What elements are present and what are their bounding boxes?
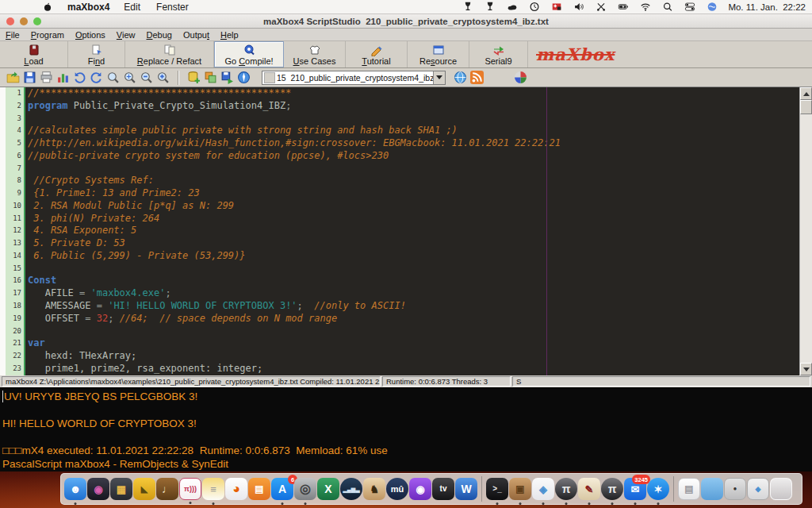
code-line-18[interactable]: AMESSAGE = 'HI! HELLO WORLD OF CRYPTOBOX… bbox=[28, 300, 799, 313]
downloads-folder-icon[interactable] bbox=[701, 478, 723, 500]
menubar-menu-edit[interactable]: Edit bbox=[124, 2, 140, 13]
spotlight-icon[interactable] bbox=[661, 2, 673, 13]
editor-scrollbar[interactable] bbox=[799, 87, 812, 375]
controlcenter-icon[interactable] bbox=[684, 2, 695, 13]
menu-options[interactable]: Options bbox=[70, 30, 111, 40]
code-editor[interactable]: 1234567891011121314151617181920212223 //… bbox=[0, 87, 812, 375]
scissors-icon[interactable] bbox=[595, 2, 607, 13]
volume-icon[interactable] bbox=[573, 2, 584, 13]
code-line-11[interactable]: 3. phi(N) Private: 264 bbox=[28, 213, 799, 225]
menu-debug[interactable]: Debug bbox=[141, 30, 178, 40]
copyblock-icon[interactable] bbox=[202, 70, 219, 86]
code-line-22[interactable]: hexd: THexArray; bbox=[28, 350, 799, 363]
maxbox-a-icon[interactable]: π bbox=[555, 478, 577, 500]
go-compile-button[interactable]: Go Compile! bbox=[214, 41, 284, 67]
code-line-10[interactable]: 2. RSA Modul Public [p*q] as N: 299 bbox=[28, 200, 799, 213]
wifi-icon[interactable] bbox=[639, 2, 651, 13]
appstore-icon[interactable]: A6 bbox=[271, 478, 293, 500]
books-icon[interactable]: ▤ bbox=[248, 478, 270, 500]
window-preview-1-icon[interactable]: ● bbox=[724, 478, 746, 500]
siri-icon[interactable] bbox=[706, 2, 718, 13]
finder-icon[interactable]: ☻ bbox=[64, 478, 86, 500]
save-icon[interactable] bbox=[21, 70, 38, 86]
redo-icon[interactable] bbox=[88, 70, 105, 86]
firefox-icon[interactable]: ◕ bbox=[225, 478, 247, 500]
zoomin-icon[interactable] bbox=[155, 70, 171, 86]
code-line-13[interactable]: 5. Private D: 53 bbox=[28, 237, 799, 250]
boxer-icon[interactable]: ▣ bbox=[509, 478, 531, 500]
code-line-20[interactable] bbox=[28, 325, 799, 338]
compass-icon[interactable] bbox=[236, 70, 252, 86]
tutorial-button[interactable]: Tutorial bbox=[346, 41, 408, 67]
ball-icon[interactable] bbox=[512, 70, 529, 86]
undo-icon[interactable] bbox=[71, 70, 88, 86]
code-line-21[interactable]: var bbox=[28, 337, 799, 350]
code-line-3[interactable] bbox=[28, 113, 799, 125]
menu-help[interactable]: Help bbox=[215, 30, 244, 40]
siri-icon[interactable]: ◉ bbox=[87, 478, 109, 500]
serial9-button[interactable]: Serial9 bbox=[469, 41, 528, 67]
battery-icon[interactable] bbox=[617, 2, 629, 13]
window-preview-2-icon[interactable]: ◈ bbox=[747, 478, 769, 500]
editor-code-area[interactable]: //**************************************… bbox=[25, 87, 799, 375]
code-line-5[interactable]: //http://en.wikipedia.org/wiki/Hash_func… bbox=[28, 137, 799, 150]
wine-editor-icon[interactable]: ✎ bbox=[578, 478, 600, 500]
chart-icon[interactable] bbox=[55, 70, 71, 86]
use-cases-button[interactable]: Use Cases bbox=[284, 41, 346, 67]
game-icon[interactable]: ♞ bbox=[363, 478, 385, 500]
cloud-icon[interactable] bbox=[506, 2, 518, 13]
safari-icon[interactable]: ✶ bbox=[647, 478, 669, 500]
scroll-down-button[interactable] bbox=[800, 363, 812, 375]
code-line-2[interactable]: program Public_Private_Crypto_Simulation… bbox=[28, 100, 799, 113]
menubar-clock[interactable]: Mo. 11. Jan. 22:22 bbox=[728, 2, 806, 12]
musescore-icon[interactable]: mû bbox=[386, 478, 408, 500]
disk-image-icon[interactable]: ▤ bbox=[678, 478, 700, 500]
timemachine-icon[interactable] bbox=[528, 2, 540, 13]
output-console[interactable]: UV! URYYB JBEYQ BS PELCGBOBK 3! HI! HELL… bbox=[0, 387, 812, 471]
code-line-6[interactable]: //public-private crypto system for educa… bbox=[28, 150, 799, 163]
zoomsel-icon[interactable] bbox=[121, 70, 138, 86]
audio-analyzer-icon[interactable]: ▂▄▆▃ bbox=[340, 478, 362, 500]
saverun-icon[interactable] bbox=[219, 70, 236, 86]
zoomout-icon[interactable] bbox=[138, 70, 155, 86]
close-window-button[interactable] bbox=[6, 17, 14, 25]
word-icon[interactable]: W bbox=[455, 478, 477, 500]
code-line-7[interactable] bbox=[28, 163, 799, 175]
zoom-window-button[interactable] bbox=[33, 17, 41, 25]
notes-icon[interactable]: ≡ bbox=[202, 478, 224, 500]
menu-output[interactable]: Output bbox=[178, 30, 215, 40]
code-line-9[interactable]: {1. Prime1: 13 and Prime2: 23 bbox=[28, 187, 799, 200]
mail-icon[interactable]: ✉3245 bbox=[624, 478, 646, 500]
pinwheel-icon[interactable]: ◈ bbox=[532, 478, 554, 500]
script-selector-combobox[interactable]: 15 210_public_private_cryptosystem4_ibz.… bbox=[262, 71, 446, 85]
menu-file[interactable]: File bbox=[0, 30, 25, 40]
code-line-16[interactable]: Const bbox=[28, 275, 799, 287]
menubar-app-name[interactable]: maXbox4 bbox=[67, 2, 109, 13]
window-titlebar[interactable]: maXbox4 ScriptStudio 210_public_private_… bbox=[0, 14, 812, 29]
menu-program[interactable]: Program bbox=[25, 30, 70, 40]
excel-icon[interactable]: X bbox=[317, 478, 339, 500]
replace-refact-button[interactable]: Replace / Refact bbox=[125, 41, 214, 67]
dbadd-icon[interactable] bbox=[186, 70, 202, 86]
input-flag-icon[interactable] bbox=[550, 2, 562, 13]
apple-tv-icon[interactable]: tv bbox=[432, 478, 454, 500]
menubar-menu-fenster[interactable]: Fenster bbox=[156, 2, 189, 13]
code-line-14[interactable]: 6. Public (5,299) - Private (53,299)} bbox=[28, 250, 799, 263]
code-line-17[interactable]: AFILE = 'maxbox4.exe'; bbox=[28, 287, 799, 300]
code-line-19[interactable]: OFFSET = 32; //64; // space depends on N… bbox=[28, 313, 799, 325]
terminal-icon[interactable]: >_ bbox=[486, 478, 508, 500]
system-preferences-icon[interactable]: ◎ bbox=[294, 478, 316, 500]
wineglass-icon[interactable] bbox=[484, 2, 496, 13]
wineglass-icon[interactable] bbox=[462, 2, 473, 13]
combobox-dropdown-arrow[interactable] bbox=[433, 71, 445, 84]
menu-view[interactable]: View bbox=[111, 30, 141, 40]
garageband-icon[interactable]: ♩ bbox=[156, 478, 178, 500]
code-line-8[interactable]: //Crypto Systems Ref: bbox=[28, 175, 799, 187]
code-line-12[interactable]: 4. RSA Exponent: 5 bbox=[28, 225, 799, 237]
find-button[interactable]: Find bbox=[68, 41, 125, 67]
apple-menu-icon[interactable] bbox=[41, 2, 53, 13]
rss-icon[interactable] bbox=[469, 70, 485, 86]
code-line-1[interactable]: //**************************************… bbox=[28, 87, 799, 100]
maxbox-b-icon[interactable]: π bbox=[601, 478, 623, 500]
web-icon[interactable] bbox=[452, 70, 469, 86]
